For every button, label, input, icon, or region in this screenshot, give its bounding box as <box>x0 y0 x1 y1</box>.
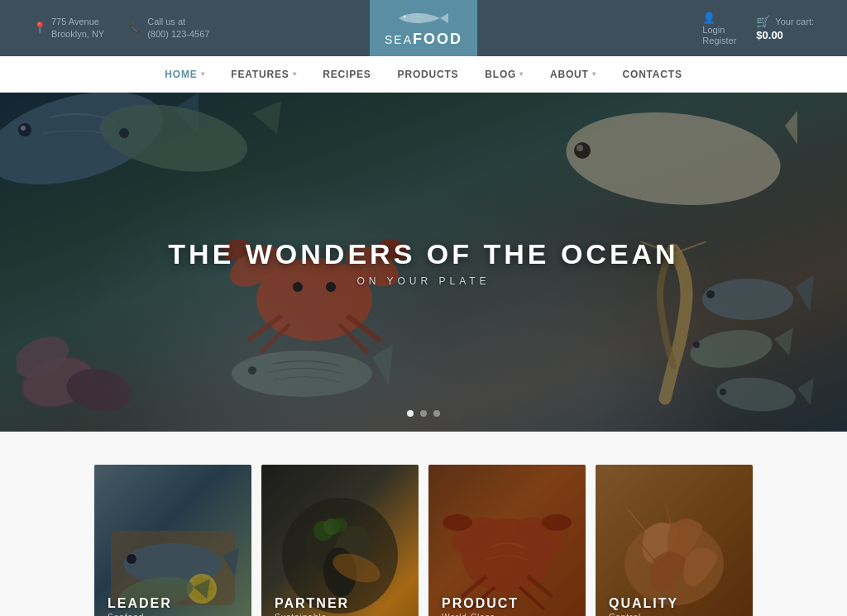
top-bar-right: 👤 Login Register 🛒 Your cart: $0.00 <box>702 12 814 45</box>
card-content-product: PRODUCT World Class <box>442 596 519 616</box>
phone-contact: 📞 Call us at (800) 123-4567 <box>129 16 209 41</box>
feature-card-quality[interactable]: QUALITY Control <box>596 465 753 616</box>
card-subtitle-leader: Seafood <box>108 613 172 616</box>
card-subtitle-quality: Control <box>609 613 678 616</box>
chevron-down-icon: ▾ <box>519 70 524 78</box>
slide-dot-1[interactable] <box>407 410 414 417</box>
card-content-quality: QUALITY Control <box>609 596 678 616</box>
logo-title: SEAFOOD <box>385 31 462 48</box>
login-register[interactable]: 👤 Login Register <box>702 12 736 45</box>
card-overlay-product <box>428 465 586 616</box>
feature-card-product[interactable]: PRODUCT World Class <box>428 465 586 616</box>
chevron-down-icon: ▾ <box>201 70 205 78</box>
login-link[interactable]: Login <box>702 25 725 35</box>
nav-item-products[interactable]: PRODUCTS <box>385 56 472 93</box>
logo-fish-icon <box>395 9 452 31</box>
hero-title: THE WONDERS OF THE OCEAN <box>168 238 678 270</box>
nav-item-recipes[interactable]: RECIPES <box>309 56 384 93</box>
nav-item-home[interactable]: HOME ▾ <box>151 56 218 93</box>
svg-point-0 <box>404 15 406 17</box>
slide-dot-2[interactable] <box>420 410 427 417</box>
nav-item-contacts[interactable]: CONTACTS <box>610 56 696 93</box>
location-icon: 📍 <box>33 21 46 36</box>
card-content-leader: LEADER Seafood <box>108 596 172 616</box>
nav-bar: HOME ▾ FEATURES ▾ RECIPES PRODUCTS BLOG … <box>0 56 847 93</box>
hero-text-block: THE WONDERS OF THE OCEAN ON YOUR PLATE <box>168 238 678 287</box>
card-content-partner: PARTNER Sustainable <box>275 596 349 616</box>
top-bar-left: 📍 775 Avenue Brooklyn, NY 📞 Call us at (… <box>33 16 209 41</box>
nav-item-blog[interactable]: BLOG ▾ <box>471 56 537 93</box>
card-subtitle-partner: Sustainable <box>275 613 349 616</box>
address-contact: 📍 775 Avenue Brooklyn, NY <box>33 16 104 41</box>
phone-text: Call us at (800) 123-4567 <box>147 16 209 41</box>
chevron-down-icon: ▾ <box>293 70 297 78</box>
slide-dot-3[interactable] <box>433 410 440 417</box>
hero-subtitle: ON YOUR PLATE <box>168 275 678 287</box>
card-title-partner: PARTNER <box>275 596 349 611</box>
card-title-quality: QUALITY <box>609 596 678 611</box>
top-bar: 📍 775 Avenue Brooklyn, NY 📞 Call us at (… <box>0 0 847 56</box>
card-overlay-partner <box>261 465 419 616</box>
card-overlay-leader <box>94 465 251 616</box>
nav-item-features[interactable]: FEATURES ▾ <box>218 56 309 93</box>
hero-slide-dots <box>407 410 440 417</box>
user-icon: 👤 <box>702 12 715 24</box>
logo[interactable]: SEAFOOD <box>370 0 477 56</box>
hero-section: THE WONDERS OF THE OCEAN ON YOUR PLATE <box>0 93 847 432</box>
chevron-down-icon: ▾ <box>592 70 596 78</box>
register-link[interactable]: Register <box>702 36 736 45</box>
address-text: 775 Avenue Brooklyn, NY <box>51 16 104 41</box>
card-subtitle-product: World Class <box>442 613 519 616</box>
main-nav: HOME ▾ FEATURES ▾ RECIPES PRODUCTS BLOG … <box>151 56 695 93</box>
card-overlay-quality <box>596 465 753 616</box>
cart[interactable]: 🛒 Your cart: $0.00 <box>756 15 814 41</box>
features-section: LEADER Seafood PARTNER Sustainable <box>0 432 847 616</box>
feature-card-leader[interactable]: LEADER Seafood <box>94 465 251 616</box>
card-title-leader: LEADER <box>108 596 172 611</box>
card-title-product: PRODUCT <box>442 596 519 611</box>
nav-item-about[interactable]: ABOUT ▾ <box>537 56 609 93</box>
cart-icon-wrap: 🛒 Your cart: <box>756 15 814 28</box>
feature-card-partner[interactable]: PARTNER Sustainable <box>261 465 419 616</box>
cart-icon: 🛒 <box>756 15 770 28</box>
phone-icon: 📞 <box>129 21 142 36</box>
